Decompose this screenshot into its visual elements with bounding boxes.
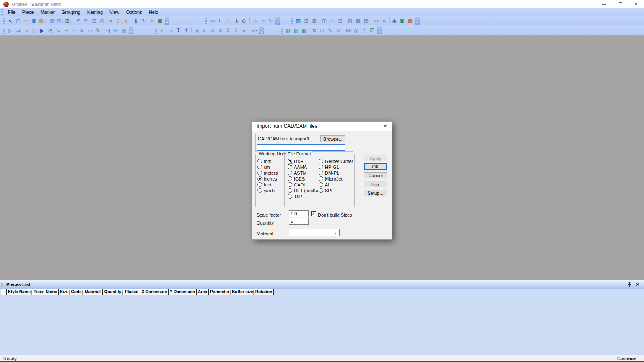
nest-piece-button[interactable]: ▷ [30,27,38,34]
col-style-name[interactable]: Style Name [6,289,32,295]
image-button[interactable]: ▣ [398,17,406,25]
flip-vertical-button[interactable]: ▶ [200,27,208,34]
menu-marker[interactable]: Marker [37,8,58,16]
pieces-list-grip[interactable] [1,282,3,287]
marker-mode-button[interactable]: ▧ [284,27,292,34]
browse-button[interactable]: Browse... [320,135,345,142]
verify-button[interactable]: ☑ [368,27,376,34]
new-file-button[interactable]: ▢ [14,17,22,25]
nest-next-button[interactable]: ↦ [86,27,94,34]
exclude-button[interactable]: ⊘ [112,27,120,34]
radio-yards[interactable]: yards [257,188,278,193]
toolbar-overflow-button[interactable]: ▾ [165,17,169,25]
properties-button[interactable]: ℹ [132,17,140,25]
delete-piece-button[interactable]: ✕ [310,27,318,34]
group-button[interactable]: ⊡ [336,17,344,25]
toolbar-grip[interactable] [281,28,283,34]
toolbar-grip[interactable] [3,28,5,34]
col-code[interactable]: Code [70,289,83,295]
color-settings-button[interactable]: ✦ [148,17,156,25]
col-placed[interactable]: Placed [123,289,140,295]
apply-button[interactable]: Apply [364,155,387,161]
pin-icon[interactable] [628,282,631,287]
close-window-button[interactable]: ✕ [628,0,644,8]
nest-auto-button[interactable]: ∿ [54,27,62,34]
ink-button[interactable]: ◉ [390,17,398,25]
move-first-button[interactable]: ⇤ [158,27,166,34]
rotate-piece-button[interactable]: ↻ [334,27,342,34]
report-button[interactable]: ▦ [156,17,164,25]
nest-undo-button[interactable]: ↺ [78,27,86,34]
radio-feet[interactable]: feet [257,182,278,187]
grid-button[interactable]: ▦ [120,27,128,34]
radio-dft-cnckad[interactable]: DFT (cncKad) [288,188,322,193]
col-x-dimension[interactable]: X Dimension [140,289,169,295]
radio-spf[interactable]: SPF [319,188,353,193]
nest-order-button[interactable]: ⇅ [94,27,102,34]
radio-inches[interactable]: inches [257,176,278,181]
rotate-free-button[interactable]: C [224,27,232,34]
menu-nesting[interactable]: Nesting [84,8,106,16]
join-pieces-button[interactable]: ⋈ [344,27,352,34]
radio-dxf[interactable]: DXF [288,159,322,163]
paste-button[interactable]: ⊡ [90,17,98,25]
tilt-button[interactable]: ⌀ [240,27,248,34]
radio-iges[interactable]: IGES [288,176,322,181]
col-rotation[interactable]: Rotation [254,289,274,295]
nest-run-button[interactable]: ▶ [38,27,46,34]
toolbar-overflow-button[interactable]: ▾ [377,26,382,34]
scale-factor-input[interactable] [289,210,309,217]
menubar-grip[interactable] [1,9,3,15]
ok-button[interactable]: OK [364,163,387,170]
scale-button[interactable]: ▩ [406,17,414,25]
fabric-stripe-button[interactable]: ▧ [362,17,370,25]
angle-button[interactable]: ∠ [232,27,240,34]
toolbar-overflow-button[interactable]: ▾ [415,17,420,25]
pieces-list-body[interactable] [0,295,644,355]
open-file-button[interactable]: ▭ [22,17,30,25]
radio-gerber-cutter[interactable]: Gerber Cutter [319,159,353,163]
toolbar-overflow-button[interactable]: ▾ [259,26,264,34]
pieces-list-toggle-button[interactable]: ▤ [104,27,112,34]
stamp-button[interactable]: ⊡ [318,27,326,34]
rotate-180-button[interactable]: ↻ [216,27,224,34]
pin-tool-button[interactable]: ↧ [233,17,241,25]
nest-start-button[interactable]: ▷ [6,27,14,34]
cut-button[interactable]: ✂ [372,17,380,25]
radio-dm-pl[interactable]: DM-PL [319,171,353,175]
minimize-button[interactable] [596,0,612,8]
toolbar-grip[interactable] [205,18,207,24]
toolbar-grip[interactable] [3,18,5,24]
inspect-button[interactable]: ◎ [352,27,360,34]
import-piece-button[interactable]: ↥ [114,17,122,25]
menu-help[interactable]: Help [145,8,162,16]
measure-button[interactable]: ↔ [209,17,217,25]
cancel-button[interactable]: Cancel [364,172,387,178]
pieces-list-close-button[interactable]: ✕ [636,282,640,287]
radio-tiip[interactable]: TIIP [288,194,322,199]
col-y-dimension[interactable]: Y Dimension [168,289,197,295]
col-buffer-size[interactable]: Buffer size [231,289,254,295]
toolbar-grip[interactable] [291,18,293,24]
col-perimeter[interactable]: Perimeter [208,289,231,295]
marker-hatch-button[interactable]: ▩ [300,27,308,34]
col-area[interactable]: Area [196,289,209,295]
slash-button[interactable]: ∕ [360,27,368,34]
fabric-fill-button[interactable]: ▩ [354,17,362,25]
flip-horizontal-button[interactable]: ◀ [192,27,200,34]
quantity-input[interactable] [289,218,309,225]
menu-file[interactable]: File [5,8,19,16]
menu-grouping[interactable]: Grouping [58,8,84,16]
shape-3d-button[interactable]: ◇ [251,17,259,25]
nest-fast-button[interactable]: ⇉ [14,27,22,34]
print-button[interactable]: ▥ [48,17,56,25]
save-button[interactable]: ▣ [30,17,38,25]
col-piece-name[interactable]: Piece Name [32,289,59,295]
radio-cm[interactable]: cm [257,165,278,169]
col-quantity[interactable]: Quantity [102,289,123,295]
undo-button[interactable]: ↶ [74,17,82,25]
radio-cadl[interactable]: CADL [288,182,322,187]
move-up-button[interactable]: ↥ [182,27,190,34]
toolbar-grip[interactable] [155,28,157,34]
toolbar-overflow-button[interactable]: ▾ [129,26,133,34]
